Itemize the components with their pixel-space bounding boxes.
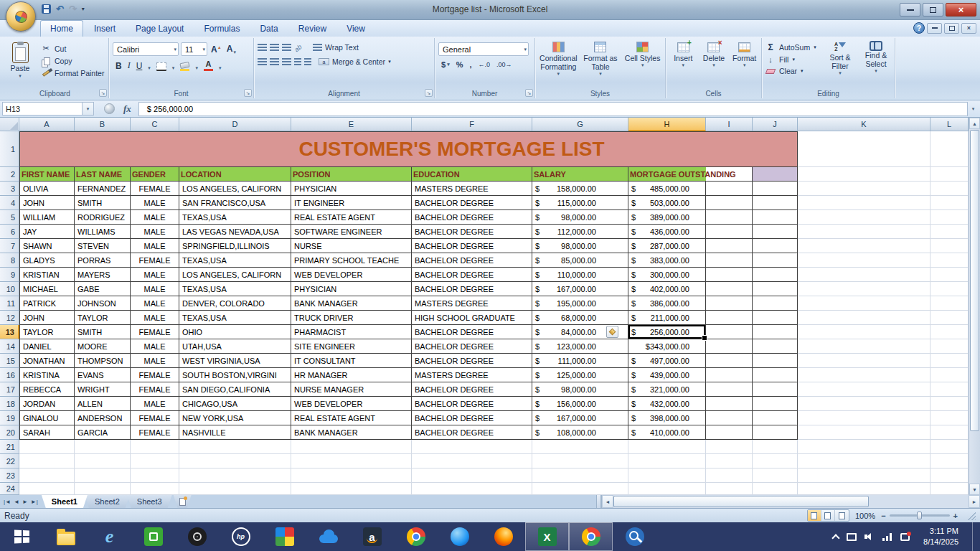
cell-A9[interactable]: KRISTIAN <box>19 268 75 282</box>
cell-G23[interactable] <box>532 468 628 483</box>
cell-D9[interactable]: LOS ANGELES, CALIFORN <box>179 268 291 282</box>
cell-J17[interactable] <box>753 382 798 397</box>
cell-J6[interactable] <box>753 225 798 239</box>
display-tray-icon[interactable] <box>847 533 857 541</box>
cell-B8[interactable]: PORRAS <box>75 253 131 268</box>
number-dialog-launcher[interactable]: ↘ <box>525 89 533 97</box>
cell-L16[interactable] <box>930 368 969 382</box>
scroll-down-icon[interactable]: ▼ <box>969 484 980 495</box>
align-top-icon[interactable] <box>258 44 267 51</box>
format-as-table-button[interactable]: Format as Table▾ <box>580 42 621 77</box>
cell-E12[interactable]: TRUCK DRIVER <box>291 311 412 325</box>
cell-L6[interactable] <box>930 225 969 239</box>
row-header-19[interactable]: 19 <box>0 411 19 425</box>
cell-E5[interactable]: REAL ESTATE AGENT <box>291 210 412 225</box>
cell-B19[interactable]: ANDERSON <box>75 411 131 425</box>
taskbar-chrome-icon[interactable] <box>394 522 438 551</box>
cell-K5[interactable] <box>798 210 930 225</box>
cell-F22[interactable] <box>412 454 532 468</box>
cell-E23[interactable] <box>291 468 412 483</box>
tab-insert[interactable]: Insert <box>85 21 125 37</box>
previous-sheet-button[interactable]: ◄ <box>14 499 19 505</box>
cell-C4[interactable]: MALE <box>131 196 179 210</box>
customize-quick-access-icon[interactable]: ▾ <box>82 6 85 12</box>
cell-G20[interactable]: $108,000.00 <box>532 425 628 440</box>
cell-J18[interactable] <box>753 397 798 411</box>
row-header-23[interactable]: 23 <box>0 468 19 483</box>
alignment-dialog-launcher[interactable]: ↘ <box>425 89 433 97</box>
cell-I23[interactable] <box>706 468 753 483</box>
fill-button[interactable]: ↓Fill▾ <box>765 55 820 64</box>
cell-J9[interactable] <box>753 268 798 282</box>
cell-L22[interactable] <box>930 454 969 468</box>
cell-K15[interactable] <box>798 354 930 368</box>
borders-dropdown-icon[interactable]: ▾ <box>172 65 175 71</box>
cell-D16[interactable]: SOUTH BOSTON,VIRGINI <box>179 368 291 382</box>
cell-G4[interactable]: $115,000.00 <box>532 196 628 210</box>
cell-F16[interactable]: MASTERS DEGREE <box>412 368 532 382</box>
cell-F21[interactable] <box>412 440 532 454</box>
cell-G7[interactable]: $98,000.00 <box>532 239 628 253</box>
cell-L18[interactable] <box>930 397 969 411</box>
cell-I5[interactable] <box>706 210 753 225</box>
vertical-scrollbar[interactable]: ▲ ▼ <box>969 118 980 495</box>
cell-H15[interactable]: $497,000.00 <box>628 354 706 368</box>
delete-cells-button[interactable]: ×Delete▾ <box>699 42 728 68</box>
scroll-right-icon[interactable]: ► <box>969 495 980 508</box>
row-header-17[interactable]: 17 <box>0 382 19 397</box>
cell-D22[interactable] <box>179 454 291 468</box>
cell-F20[interactable]: BACHELOR DEGREE <box>412 425 532 440</box>
zoom-level[interactable]: 100% <box>855 512 875 520</box>
cell-C10[interactable]: MALE <box>131 282 179 296</box>
cell-B17[interactable]: WRIGHT <box>75 382 131 397</box>
cell-A5[interactable]: WILLIAM <box>19 210 75 225</box>
number-format-combo[interactable]: General▾ <box>438 42 529 56</box>
cell-G24[interactable] <box>532 483 628 495</box>
cell-F7[interactable]: BACHELOR DEGREE <box>412 239 532 253</box>
cell-F11[interactable]: MASTERS DEGREE <box>412 296 532 311</box>
tab-formulas[interactable]: Formulas <box>194 21 249 37</box>
italic-button[interactable]: I <box>128 60 131 71</box>
cell-F9[interactable]: BACHELOR DEGREE <box>412 268 532 282</box>
column-header-H[interactable]: H <box>628 118 706 131</box>
cell-C7[interactable]: MALE <box>131 239 179 253</box>
cell-F12[interactable]: HIGH SCHOOL GRADUATE <box>412 311 532 325</box>
taskbar-google-app-icon[interactable] <box>569 522 613 551</box>
font-color-button[interactable]: A <box>204 60 213 71</box>
cell-G19[interactable]: $167,000.00 <box>532 411 628 425</box>
cell-C23[interactable] <box>131 468 179 483</box>
cell-G21[interactable] <box>532 440 628 454</box>
cell-H6[interactable]: $436,000.00 <box>628 225 706 239</box>
cell-I18[interactable] <box>706 397 753 411</box>
cell-I15[interactable] <box>706 354 753 368</box>
cell-F4[interactable]: BACHELOR DEGREE <box>412 196 532 210</box>
cell-C14[interactable]: MALE <box>131 339 179 354</box>
workbook-close-button[interactable]: × <box>961 23 976 34</box>
cell-E14[interactable]: SITE ENGINEER <box>291 339 412 354</box>
find-select-button[interactable]: Find & Select▾ <box>859 41 893 76</box>
cell-H11[interactable]: $386,000.00 <box>628 296 706 311</box>
header-cell-B2[interactable]: LAST NAME <box>75 167 131 182</box>
cell-J21[interactable] <box>753 440 798 454</box>
tab-page-layout[interactable]: Page Layout <box>126 21 193 37</box>
restore-button[interactable] <box>923 3 943 17</box>
row-header-20[interactable]: 20 <box>0 425 19 440</box>
cell-A16[interactable]: KRISTINA <box>19 368 75 382</box>
cell-B4[interactable]: SMITH <box>75 196 131 210</box>
cell-K6[interactable] <box>798 225 930 239</box>
header-cell-A2[interactable]: FIRST NAME <box>19 167 75 182</box>
cell-K23[interactable] <box>798 468 930 483</box>
cell-F6[interactable]: BACHELOR DEGREE <box>412 225 532 239</box>
bold-button[interactable]: B <box>116 61 122 71</box>
cell-K11[interactable] <box>798 296 930 311</box>
column-header-F[interactable]: F <box>412 118 532 131</box>
increase-decimal-button[interactable]: ←.0 <box>478 61 490 68</box>
cell-K12[interactable] <box>798 311 930 325</box>
insert-function-button[interactable]: fx <box>122 103 138 115</box>
cell-G15[interactable]: $111,000.00 <box>532 354 628 368</box>
cell-E18[interactable]: WEB DEVELOPER <box>291 397 412 411</box>
cell-E11[interactable]: BANK MANAGER <box>291 296 412 311</box>
cell-H13[interactable]: $256,000.00 <box>628 325 706 339</box>
format-cells-button[interactable]: Format▾ <box>730 42 759 68</box>
next-sheet-button[interactable]: ► <box>22 499 28 505</box>
